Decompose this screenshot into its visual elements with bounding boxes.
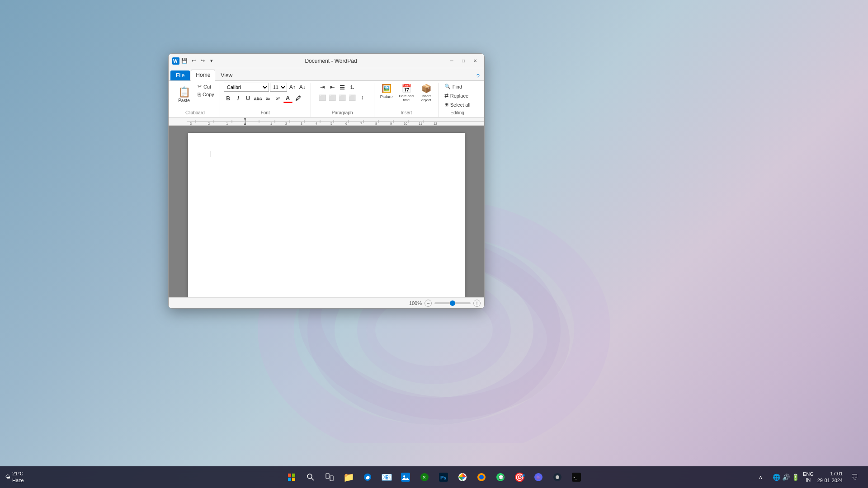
ruler-inner: -3 -2 -1 1 2 3 4 5 6 7 8 9 10 xyxy=(187,117,484,125)
firefox-icon xyxy=(477,473,486,482)
font-family-select[interactable]: Calibri xyxy=(224,83,269,92)
save-button[interactable]: 💾 xyxy=(180,57,189,65)
svg-text:10: 10 xyxy=(404,122,407,125)
chrome-button[interactable] xyxy=(454,469,471,485)
battery-icon[interactable]: 🔋 xyxy=(792,474,799,481)
align-right-button[interactable]: ⬜ xyxy=(338,93,347,102)
whatsapp-button[interactable]: 💬 xyxy=(492,469,509,485)
desktop: W 💾 ↩ ↪ ▾ Document - WordPad ─ □ ✕ File … xyxy=(0,0,868,488)
email-button[interactable]: 📧 xyxy=(378,469,395,485)
svg-text:>_: >_ xyxy=(573,475,577,479)
svg-text:6: 6 xyxy=(345,122,347,125)
app8-button[interactable]: 🎯 xyxy=(511,469,528,485)
svg-point-49 xyxy=(403,475,405,477)
paragraph-row2: ⬜ ⬜ ⬜ ⬜ ↕ xyxy=(318,93,367,102)
decrease-indent-button[interactable]: ⇤ xyxy=(328,83,337,92)
subscript-button[interactable]: x₂ xyxy=(264,94,273,103)
tab-view[interactable]: View xyxy=(216,70,237,80)
tab-home[interactable]: Home xyxy=(191,70,215,81)
notification-button[interactable]: 🗨 xyxy=(846,469,863,485)
weather-temp: 21°C xyxy=(12,470,24,477)
start-button[interactable] xyxy=(283,469,300,485)
svg-rect-45 xyxy=(326,474,329,479)
editing-content: 🔍 Find ⇄ Replace ⊞ Select all xyxy=(443,83,472,109)
steam-button[interactable] xyxy=(549,469,566,485)
justify-button[interactable]: ⬜ xyxy=(348,93,357,102)
firefox-button[interactable] xyxy=(473,469,490,485)
font-group: Calibri 11 A↑ A↓ B I U abc x₂ xyxy=(220,83,311,117)
svg-rect-41 xyxy=(288,478,291,481)
browser1-button[interactable] xyxy=(359,469,376,485)
app9-button[interactable]: 👾 xyxy=(530,469,547,485)
svg-text:8: 8 xyxy=(375,122,377,125)
picture-button[interactable]: 🖼️ Picture xyxy=(378,83,395,100)
svg-text:-1: -1 xyxy=(225,122,228,125)
select-all-button[interactable]: ⊞ Select all xyxy=(443,101,472,108)
bold-button[interactable]: B xyxy=(224,94,233,103)
insert-content: 🖼️ Picture 📅 Date and time 📦 Insert obje… xyxy=(378,83,435,109)
formatting-row: B I U abc x₂ x² A 🖍 xyxy=(224,94,302,103)
svg-text:11: 11 xyxy=(419,122,422,125)
zoom-slider-thumb[interactable] xyxy=(450,300,455,306)
taskbar-right: ∧ 🌐 🔊 🔋 ENG IN 17:01 29-01-2024 🗨 xyxy=(753,469,863,485)
font-size-select[interactable]: 11 xyxy=(270,83,287,92)
document-page[interactable] xyxy=(188,133,465,297)
zoom-out-button[interactable]: − xyxy=(425,300,432,307)
strikethrough-button[interactable]: abc xyxy=(254,94,263,103)
svg-rect-48 xyxy=(401,473,410,482)
zoom-in-button[interactable]: + xyxy=(473,300,481,307)
increase-indent-button[interactable]: ⇥ xyxy=(318,83,327,92)
redo-button[interactable]: ↪ xyxy=(198,57,207,65)
customize-qat-button[interactable]: ▾ xyxy=(208,57,216,65)
language-indicator[interactable]: ENG IN xyxy=(803,471,814,483)
svg-point-63 xyxy=(556,475,559,479)
network-icon[interactable]: 🌐 xyxy=(773,474,780,481)
numbering-button[interactable]: 1. xyxy=(348,83,357,92)
font-color-button[interactable]: A xyxy=(283,94,292,103)
help-button[interactable]: ? xyxy=(474,72,482,80)
taskview-button[interactable] xyxy=(321,469,338,485)
search-button[interactable] xyxy=(302,469,319,485)
find-button[interactable]: 🔍 Find xyxy=(443,83,464,90)
undo-button[interactable]: ↩ xyxy=(189,57,198,65)
maximize-button[interactable]: □ xyxy=(458,56,469,66)
replace-button[interactable]: ⇄ Replace xyxy=(443,92,470,99)
svg-point-43 xyxy=(307,474,312,479)
whatsapp-icon: 💬 xyxy=(496,473,505,482)
ruler-svg: -3 -2 -1 1 2 3 4 5 6 7 8 9 10 xyxy=(187,117,484,126)
minimize-button[interactable]: ─ xyxy=(446,56,457,66)
zoom-slider[interactable] xyxy=(434,302,471,304)
paste-button[interactable]: 📋 Paste xyxy=(174,83,194,107)
show-hidden-icons-button[interactable]: ∧ xyxy=(753,469,769,485)
taskbar-clock[interactable]: 17:01 29-01-2024 xyxy=(817,470,843,484)
file-explorer-button[interactable]: 📁 xyxy=(340,469,357,485)
cut-button[interactable]: ✂ Cut xyxy=(196,83,216,90)
align-center-button[interactable]: ⬜ xyxy=(328,93,337,102)
superscript-button[interactable]: x² xyxy=(274,94,283,103)
italic-button[interactable]: I xyxy=(234,94,243,103)
bullets-button[interactable]: ☰ xyxy=(338,83,347,92)
shrink-font-button[interactable]: A↓ xyxy=(298,83,307,92)
tab-file[interactable]: File xyxy=(170,70,190,80)
xbox-button[interactable]: ✕ xyxy=(416,469,433,485)
line-spacing-button[interactable]: ↕ xyxy=(358,93,367,102)
align-left-button[interactable]: ⬜ xyxy=(318,93,327,102)
ps-icon: Ps xyxy=(439,473,448,482)
copy-button[interactable]: ⎘ Copy xyxy=(196,91,216,98)
volume-icon[interactable]: 🔊 xyxy=(782,474,790,481)
zoom-level: 100% xyxy=(409,300,422,306)
insert-object-button[interactable]: 📦 Insert object xyxy=(418,83,435,103)
close-button[interactable]: ✕ xyxy=(470,56,481,66)
grow-font-button[interactable]: A↑ xyxy=(288,83,297,92)
discord-icon: 👾 xyxy=(534,473,543,482)
photos-button[interactable] xyxy=(397,469,414,485)
document-area[interactable] xyxy=(169,126,484,297)
taskbar: 🌤 21°C Haze xyxy=(0,466,868,488)
highlight-button[interactable]: 🖍 xyxy=(293,94,302,103)
photoshop-button[interactable]: Ps xyxy=(435,469,452,485)
replace-icon: ⇄ xyxy=(444,93,448,99)
terminal-button[interactable]: >_ xyxy=(568,469,585,485)
datetime-button[interactable]: 📅 Date and time xyxy=(398,83,415,103)
underline-button[interactable]: U xyxy=(244,94,253,103)
weather-desc: Haze xyxy=(12,477,24,484)
